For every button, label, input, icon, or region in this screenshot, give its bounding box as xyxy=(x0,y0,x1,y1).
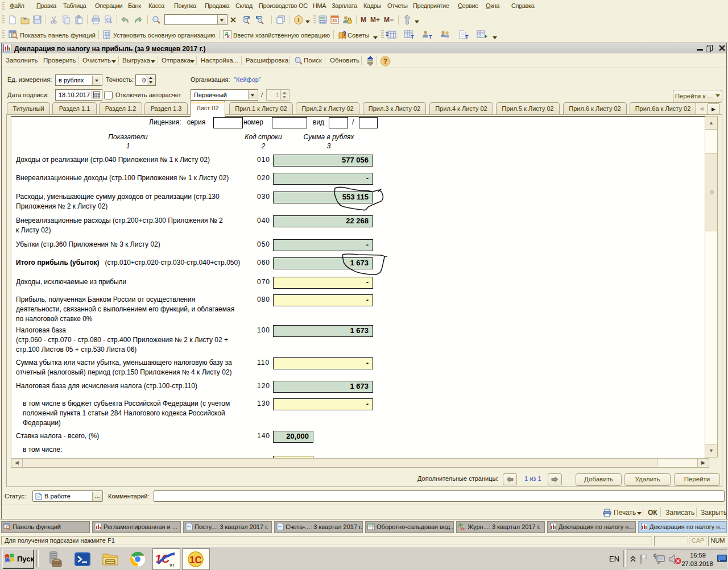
svg-text:?: ? xyxy=(383,57,387,65)
svg-text:Σ: Σ xyxy=(386,31,389,37)
svg-text:T: T xyxy=(411,34,414,39)
svg-text:Кт: Кт xyxy=(461,527,465,531)
svg-text:T: T xyxy=(465,34,469,39)
svg-text:1С: 1С xyxy=(189,555,202,565)
svg-text:К: К xyxy=(227,34,230,39)
svg-text:31: 31 xyxy=(332,18,337,23)
svg-text:i: i xyxy=(297,16,299,23)
svg-text:V7: V7 xyxy=(169,563,175,567)
svg-text:T: T xyxy=(429,34,432,39)
svg-text:?: ? xyxy=(342,30,346,37)
